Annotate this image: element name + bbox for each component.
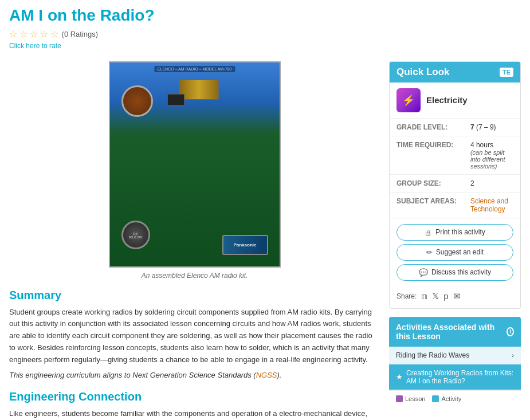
email-icon[interactable]: ✉ (453, 291, 461, 301)
time-label: TIME REQUIRED: (390, 136, 464, 174)
activity-legend-label: Activity (441, 395, 461, 402)
group-row: GROUP SIZE: 2 (390, 174, 520, 192)
radio-image: DY8Ω 0.5W Panasonic (109, 61, 281, 268)
ic-chip (167, 94, 184, 105)
te-badge: TE (500, 68, 513, 77)
activity-label: Creating Working Radios from Kits: AM I … (406, 369, 514, 385)
activity-item[interactable]: ★ Creating Working Radios from Kits: AM … (389, 364, 521, 390)
star-icon: ★ (396, 372, 403, 381)
image-caption: An assembled Elenco AM radio kit. (9, 272, 380, 280)
engineering-connection-heading: Engineering Connection (9, 390, 380, 403)
electricity-icon: ⚡ (396, 88, 421, 112)
electricity-symbol: ⚡ (402, 94, 415, 107)
lesson-legend-label: Lesson (405, 395, 425, 402)
chevron-right-icon: › (512, 352, 514, 359)
discuss-icon: 💬 (419, 268, 428, 277)
edit-icon: ✏ (426, 248, 433, 257)
rating-count: (0 Ratings) (62, 30, 99, 38)
subject-value: Science and Technology (464, 192, 520, 218)
print-icon: 🖨 (425, 228, 432, 237)
facebook-icon[interactable]: 𝕟 (421, 291, 427, 301)
grade-label: GRADE LEVEL: (390, 119, 464, 136)
suggest-edit-button[interactable]: ✏ Suggest an edit (396, 244, 513, 261)
subject-row: SUBJECT AREAS: Science and Technology (390, 192, 520, 218)
quick-look-title: Quick Look (396, 66, 450, 78)
electricity-label: Electricity (426, 95, 468, 105)
quick-look-box: Quick Look TE ⚡ Electricity GRADE LEVEL:… (389, 61, 521, 309)
battery: Panasonic (222, 235, 268, 255)
grade-row: GRADE LEVEL: 7 (7 – 9) (390, 119, 520, 136)
capacitor (121, 85, 153, 117)
grade-value: 7 (7 – 9) (464, 119, 520, 136)
engineering-connection-text: Like engineers, students become familiar… (9, 408, 380, 420)
legend-lesson: Lesson (396, 395, 425, 402)
action-buttons: 🖨 Print this activity ✏ Suggest an edit … (390, 218, 520, 286)
twitter-icon[interactable]: 𝕏 (432, 291, 439, 301)
time-value: 4 hours (can be split into different ses… (464, 136, 520, 174)
share-label: Share: (396, 292, 417, 300)
summary-text-1: Student groups create working radios by … (9, 307, 380, 366)
speaker-label: DY8Ω 0.5W (120, 232, 151, 239)
time-row: TIME REQUIRED: 4 hours (can be split int… (390, 136, 520, 174)
discuss-button[interactable]: 💬 Discuss this activity (396, 264, 513, 281)
right-column: Quick Look TE ⚡ Electricity GRADE LEVEL:… (389, 61, 521, 420)
lesson-item[interactable]: Riding the Radio Waves › (389, 347, 521, 364)
summary-text-2: This engineering curriculum aligns to Ne… (9, 370, 380, 382)
coil (179, 80, 219, 100)
star-rating[interactable]: ☆ ☆ ☆ ☆ ☆ (9, 29, 58, 40)
activities-header: Activities Associated with this Lesson i (389, 317, 521, 347)
ngss-link[interactable]: NGSS (256, 371, 277, 379)
share-row: Share: 𝕟 𝕏 p ✉ (390, 286, 520, 308)
summary-heading: Summary (9, 289, 380, 302)
activity-color-box (432, 395, 439, 402)
group-label: GROUP SIZE: (390, 174, 464, 192)
quick-look-header: Quick Look TE (390, 62, 520, 83)
click-to-rate[interactable]: Click here to rate (9, 42, 521, 50)
subject-label: SUBJECT AREAS: (390, 192, 464, 218)
lesson-color-box (396, 395, 403, 402)
electricity-row: ⚡ Electricity (390, 83, 520, 119)
rating-row: ☆ ☆ ☆ ☆ ☆ (0 Ratings) (9, 29, 521, 40)
main-image-container: DY8Ω 0.5W Panasonic An assembled Elenco … (9, 61, 380, 280)
lesson-label: Riding the Radio Waves (396, 351, 469, 359)
subject-link[interactable]: Science and Technology (470, 197, 508, 213)
page-title: AM I on the Radio? (9, 6, 521, 25)
left-column: DY8Ω 0.5W Panasonic An assembled Elenco … (9, 61, 380, 420)
group-value: 2 (464, 174, 520, 192)
legend-row: Lesson Activity (389, 390, 521, 407)
legend-activity: Activity (432, 395, 461, 402)
activities-box: Activities Associated with this Lesson i… (389, 317, 521, 407)
print-button[interactable]: 🖨 Print this activity (396, 224, 513, 241)
info-table: GRADE LEVEL: 7 (7 – 9) TIME REQUIRED: 4 … (390, 119, 520, 218)
activities-title: Activities Associated with this Lesson (396, 323, 503, 341)
info-icon[interactable]: i (507, 327, 514, 336)
activities-list: Riding the Radio Waves › ★ Creating Work… (389, 347, 521, 407)
pinterest-icon[interactable]: p (443, 291, 448, 301)
